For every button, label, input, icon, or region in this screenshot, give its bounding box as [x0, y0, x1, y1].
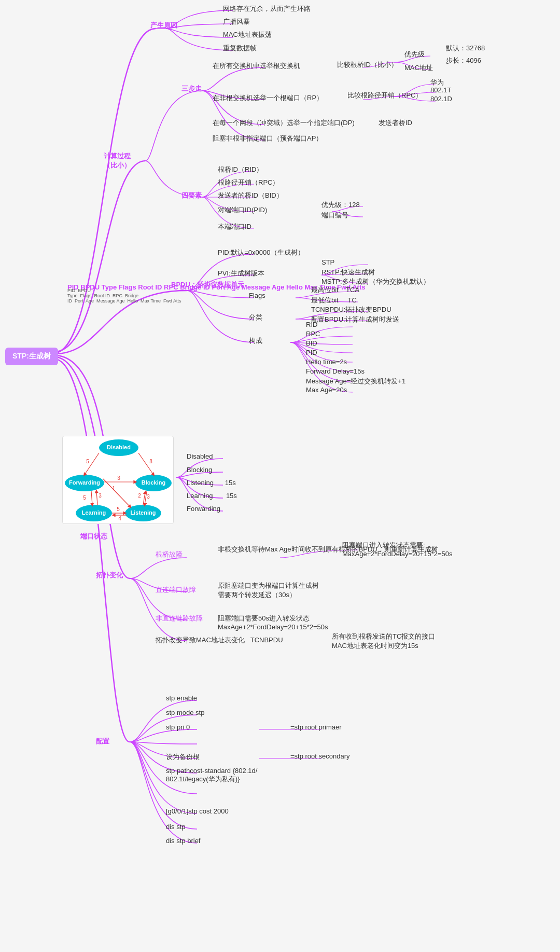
topo-1-note: 阻塞端口进入转发状态需要:MaxAge+2*FordDelay=20+15*2=… [342, 541, 452, 558]
bpdu-title: BPDU：桥协议数据单元 [171, 280, 244, 289]
compose-8: Max Age=20s [306, 386, 347, 394]
fe-5: 本端端口ID [218, 222, 251, 231]
topo-3-title: 非直连链路故障 [156, 614, 203, 623]
port-state-diagram: Disabled Forwarding Blocking Learning Li… [62, 436, 174, 524]
step2-sub2: 802.1T [430, 86, 451, 94]
topo-3-desc: 阻塞端口需要50s进入转发状态MaxAge+2*FordDelay=20+15*… [218, 614, 328, 631]
cause-item-2: 广播风暴 [223, 17, 250, 26]
flags-high: 最高位bit TCA [311, 285, 359, 295]
ps-blocking: Blocking [187, 466, 212, 474]
cfg-7: dis stp [166, 823, 186, 831]
flags-low: 最低位bit TC [311, 296, 357, 305]
svg-text:8: 8 [149, 459, 152, 464]
classify-1: TCNBPDU:拓扑改变BPDU [311, 305, 391, 314]
cause-item-1: 网络存在冗余，从而产生环路 [223, 4, 311, 13]
port-state-title: 端口状态 [80, 532, 107, 541]
svg-text:Learning: Learning [82, 509, 106, 516]
svg-text:5: 5 [83, 495, 86, 501]
config-title: 配置 [96, 737, 109, 746]
cfg-6: [g0/0/1]stp cost 2000 [166, 807, 229, 815]
bpdu-table-row: PID BPDUType Flags Root ID RPC BridgeID … [67, 288, 181, 303]
step3-compare: 发送者桥ID [379, 118, 412, 128]
fe-pid-sub1: 优先级：128 [321, 200, 360, 210]
cause-title: 产生原因 [150, 21, 177, 30]
root-node: STP:生成树 [5, 348, 58, 365]
svg-text:5: 5 [86, 459, 89, 464]
bpdu-compose: 构成 [249, 336, 262, 346]
ps-learning: Learning 15s [187, 492, 237, 500]
bpdu-classify: 分类 [249, 313, 262, 322]
svg-text:Disabled: Disabled [107, 444, 131, 450]
mind-map: STP:生成树 产生原因 网络存在冗余，从而产生环路 广播风暴 MAC地址表振荡… [0, 0, 560, 952]
ps-disabled: Disabled [187, 452, 213, 460]
svg-text:Blocking: Blocking [142, 479, 165, 486]
cfg-4: 设为备份根 [166, 752, 200, 762]
compose-1: RID [306, 321, 317, 328]
bpdu-stp: STP [321, 258, 334, 266]
bpdu-rstp: RSTP:快速生成树 [321, 268, 375, 277]
bpdu-pid: PID:默认=0x0000（生成树） [218, 248, 304, 257]
cause-item-4: 重复数据帧 [223, 44, 257, 53]
step1: 在所有交换机中选举根交换机 [213, 61, 300, 71]
step2: 在非根交换机选举一个根端口（RP） [213, 93, 323, 103]
svg-text:5: 5 [117, 506, 120, 512]
bpdu-pvi: PVI:生成树版本 [218, 269, 264, 278]
svg-text:3: 3 [147, 494, 150, 500]
calc-title: 计算过程（比小） [104, 151, 131, 170]
fe-4: 对端端口ID(PID) [218, 205, 267, 215]
fe-1: 根桥ID（RID） [218, 165, 263, 174]
step3: 在每一个网段（冲突域）选举一个指定端口(DP) [213, 118, 355, 128]
svg-text:Listening: Listening [131, 509, 156, 516]
cfg-3-note: =stp root primaer [290, 723, 342, 731]
topology-title: 拓扑变化 [96, 571, 123, 580]
svg-text:3: 3 [99, 493, 102, 499]
topo-2-desc: 原阻塞端口变为根端口计算生成树需要两个转发延迟（30s） [218, 581, 319, 600]
ps-forwarding: Forwarding [187, 505, 220, 513]
compose-7: Message Age=经过交换机转发+1 [306, 377, 405, 386]
cfg-8: dis stp brief [166, 837, 200, 845]
compose-2: RPC [306, 330, 320, 338]
step1-subsub1: 默认：32768 [446, 44, 485, 53]
svg-text:4: 4 [118, 516, 121, 521]
svg-text:3: 3 [117, 475, 120, 481]
topo-4-desc: 拓扑改变导致MAC地址表变化 TCNBPDU [156, 636, 283, 645]
step1-sub2: MAC地址 [404, 63, 433, 73]
step4: 阻塞非根非指定端口（预备端口AP） [213, 134, 323, 143]
step2-compare: 比较根路径开销（RPC） [347, 91, 422, 100]
svg-line-29 [103, 479, 130, 507]
cfg-2: stp mode stp [166, 709, 204, 716]
compose-3: BID [306, 339, 317, 347]
svg-text:Forwarding: Forwarding [69, 479, 100, 486]
svg-line-17 [91, 491, 92, 505]
step1-compare: 比较根桥ID（比小） [337, 60, 398, 70]
cfg-1: stp enable [166, 694, 197, 702]
step2-sub3: 802.1D [430, 95, 452, 103]
four-elements-title: 四要素 [181, 191, 202, 200]
bpdu-flags: Flags [249, 292, 265, 299]
cause-item-3: MAC地址表振荡 [223, 30, 272, 39]
classify-2: 配置BPDU:计算生成树时发送 [311, 315, 399, 324]
svg-line-19 [96, 491, 97, 505]
three-steps-title: 三步走 [181, 84, 202, 93]
compose-6: Forward Delay=15s [306, 367, 365, 375]
step1-subsub2: 步长：4096 [446, 56, 481, 65]
fe-3: 发送者的桥ID（BID） [218, 191, 283, 200]
topo-2-title: 直连端口故障 [156, 585, 196, 595]
fe-pid-sub2: 端口编号 [321, 211, 348, 220]
cfg-5: stp pathcost-standard {802.1d/802.1t/leg… [166, 767, 257, 784]
svg-text:1: 1 [112, 486, 115, 491]
fe-2: 根路径开销（RPC） [218, 178, 279, 187]
compose-4: PID [306, 349, 317, 356]
topo-4-note: 所有收到根桥发送的TC报文的接口MAC地址表老化时间变为15s [332, 632, 435, 651]
compose-5: Hello time=2s [306, 358, 347, 366]
ps-listening: Listening 15s [187, 479, 236, 487]
cfg-3: stp pri 0 [166, 723, 190, 731]
svg-text:2: 2 [138, 493, 141, 499]
cfg-4-note: =stp root secondary [290, 752, 350, 760]
topo-1-title: 根桥故障 [156, 550, 183, 559]
step1-sub1: 优先级 [404, 50, 425, 59]
